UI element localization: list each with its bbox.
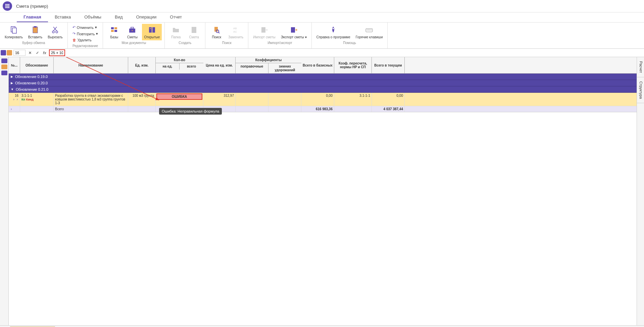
- svg-line-26: [218, 32, 219, 33]
- svg-rect-35: [369, 30, 370, 30]
- col-qty-total[interactable]: всего: [180, 63, 203, 70]
- menu-insert[interactable]: Вставка: [48, 12, 78, 22]
- error-cell[interactable]: ОШИБКА: [156, 93, 202, 100]
- kind-badge: Кинд: [26, 98, 34, 101]
- svg-rect-20: [149, 27, 152, 33]
- undo-icon: ↶: [72, 25, 76, 30]
- replace-button[interactable]: АВАС Заменить: [226, 24, 245, 40]
- svg-point-10: [56, 31, 58, 33]
- svg-rect-22: [150, 28, 151, 29]
- col-num[interactable]: №...: [9, 57, 20, 73]
- grid-header: №... Обоснование Наименование Ед. изм. К…: [9, 57, 637, 74]
- col-basis[interactable]: Обоснование: [20, 57, 54, 73]
- dropdown-icon: ▾: [95, 25, 97, 30]
- svg-rect-0: [5, 4, 9, 8]
- smety-button[interactable]: Сметы: [124, 24, 141, 40]
- tab-calc[interactable]: Расчет: [637, 57, 644, 77]
- about-button[interactable]: Справка о программе: [314, 24, 352, 40]
- titlebar: Смета (пример): [0, 0, 644, 12]
- folder-button[interactable]: Папка: [167, 24, 184, 40]
- view-icon-2[interactable]: [7, 50, 12, 55]
- expand-icon-2[interactable]: ›: [16, 97, 18, 102]
- rocket-icon: [329, 25, 338, 35]
- ribbon: Копировать Вставить Вырезать Буфер обмен…: [0, 23, 644, 49]
- cut-button[interactable]: Вырезать: [46, 24, 64, 40]
- section-row-1[interactable]: ▶Обновление 0.20.0: [9, 80, 637, 86]
- col-recalc[interactable]: Коэф. пересчета, нормы НР и СП: [334, 57, 372, 73]
- col-coef-corr[interactable]: поправочные: [236, 63, 268, 73]
- menu-volumes[interactable]: Объёмы: [78, 12, 108, 22]
- smeta-button[interactable]: Смета: [186, 24, 202, 40]
- col-qty-unit[interactable]: на ед.: [156, 63, 180, 70]
- rail-icon-2[interactable]: [1, 65, 7, 69]
- menu-main[interactable]: Главная: [17, 12, 48, 22]
- delete-button[interactable]: 🗑Удалить: [71, 37, 100, 43]
- expand-icon[interactable]: ›: [10, 107, 12, 112]
- cancel-formula-button[interactable]: ✕: [27, 50, 33, 56]
- col-name[interactable]: Наименование: [54, 57, 128, 73]
- export-icon: [289, 25, 298, 35]
- ribbon-group-search: Поиск АВАС Заменить Поиск: [205, 23, 248, 48]
- tab-structure[interactable]: Структура: [637, 77, 644, 103]
- svg-rect-29: [261, 27, 265, 33]
- col-unit[interactable]: Ед. изм.: [128, 57, 156, 73]
- expand-icon[interactable]: ›: [13, 97, 15, 102]
- hotkeys-button[interactable]: Горячие клавиши: [354, 24, 385, 40]
- row-basis: 3.1-1-1: [21, 94, 52, 97]
- data-row[interactable]: 16 › › 3.1-1-1 Кп Кинд Разработка грунта…: [9, 93, 637, 106]
- svg-rect-34: [368, 30, 369, 30]
- col-coef-winter[interactable]: зимних удорожаний: [268, 63, 301, 73]
- col-total-cur[interactable]: Всего в текущем: [372, 57, 405, 73]
- formula-bar: ✕ ✓ fx: [0, 49, 644, 57]
- row-recalc[interactable]: 3.1-1-1: [334, 93, 372, 106]
- replace-icon: АВАС: [231, 25, 241, 35]
- total-label: Всего: [54, 106, 128, 112]
- col-price[interactable]: Цена на ед. изм.: [203, 57, 236, 73]
- main-area: №... Обоснование Наименование Ед. изм. К…: [0, 57, 644, 325]
- copy-button[interactable]: Копировать: [3, 24, 25, 40]
- svg-rect-33: [367, 30, 367, 30]
- col-total-base[interactable]: Всего в базисных: [301, 57, 334, 73]
- bottom-tabs: ▦ Смета (пример) ✕: [0, 325, 644, 327]
- section-row-0[interactable]: ▶Обновление 0.19.0: [9, 74, 637, 80]
- col-coef: Коэффициенты: [236, 57, 301, 63]
- formula-input[interactable]: [49, 49, 65, 56]
- view-icon-1[interactable]: [1, 50, 6, 55]
- row-unit[interactable]: 100 м3 грунта: [128, 93, 156, 106]
- rail-icon-3[interactable]: [1, 71, 7, 75]
- row-price[interactable]: 312,97: [203, 93, 236, 106]
- import-button[interactable]: Импорт сметы: [251, 24, 278, 40]
- menu-view[interactable]: Вид: [108, 12, 130, 22]
- undo-button[interactable]: ↶Отменить▾: [71, 25, 100, 30]
- row-coef-corr[interactable]: [236, 93, 268, 106]
- svg-rect-36: [371, 30, 371, 30]
- menu-operations[interactable]: Операции: [130, 12, 163, 22]
- cut-icon: [50, 25, 60, 35]
- row-coef-winter[interactable]: [268, 93, 301, 106]
- export-button[interactable]: Экспорт сметы ▾: [279, 24, 309, 40]
- row-name[interactable]: Разработка грунта в отвал экскаваторами …: [54, 93, 128, 106]
- app-icon: [3, 1, 12, 11]
- row-total-base[interactable]: 0,00: [301, 93, 334, 106]
- ribbon-group-impexp: Импорт сметы Экспорт сметы ▾ Импорт/эксп…: [248, 23, 312, 48]
- grid: №... Обоснование Наименование Ед. изм. К…: [9, 57, 637, 325]
- search-button[interactable]: Поиск: [208, 24, 225, 40]
- rail-icon-1[interactable]: [1, 58, 7, 63]
- chevron-down-icon: ▼: [11, 88, 14, 91]
- fx-button[interactable]: fx: [42, 50, 48, 56]
- menu-report[interactable]: Отчет: [163, 12, 189, 22]
- svg-rect-8: [34, 26, 37, 28]
- menubar: Главная Вставка Объёмы Вид Операции Отче…: [0, 12, 644, 23]
- open-button[interactable]: Открытые: [142, 24, 162, 40]
- svg-text:АС: АС: [233, 30, 237, 33]
- row-total-cur[interactable]: 0,00: [372, 93, 405, 106]
- ribbon-group-create: Папка Смета Создать: [165, 23, 205, 48]
- bases-button[interactable]: Базы: [106, 24, 122, 40]
- svg-rect-30: [291, 27, 295, 33]
- redo-button[interactable]: ↷Повторить▾: [71, 31, 100, 37]
- paste-button[interactable]: Вставить: [26, 24, 44, 40]
- kp-badge: Кп: [21, 98, 25, 101]
- section-row-2[interactable]: ▼Обновление 0.21.0: [9, 86, 637, 93]
- accept-formula-button[interactable]: ✓: [34, 50, 40, 56]
- cell-reference-input[interactable]: [13, 50, 26, 56]
